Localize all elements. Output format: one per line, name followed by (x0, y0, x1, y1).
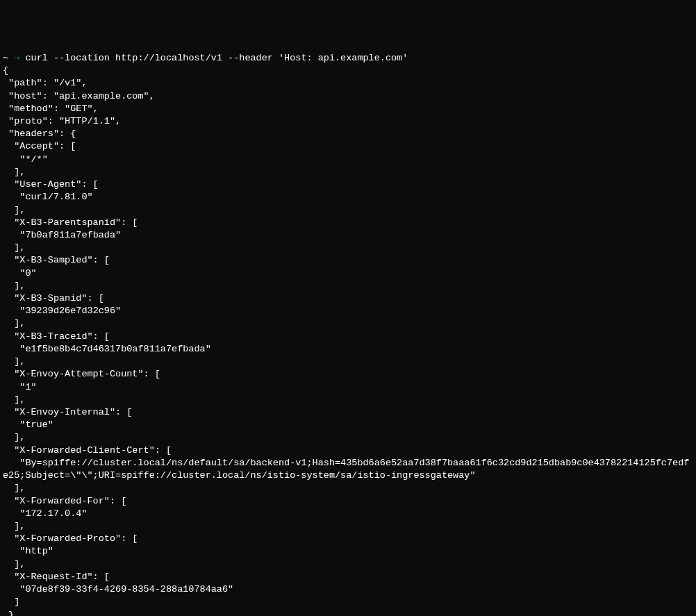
output-line: "X-Envoy-Internal": [ (3, 406, 693, 419)
output-line: "e1f5be8b4c7d46317b0af811a7efbada" (3, 343, 693, 356)
output-line: "User-Agent": [ (3, 178, 693, 191)
prompt-arrow-icon: → (14, 53, 19, 63)
output-line: "curl/7.81.0" (3, 191, 693, 203)
output-line: "X-B3-Parentspanid": [ (3, 217, 693, 229)
output-line: "Accept": [ (3, 140, 693, 153)
output-line: ], (3, 394, 693, 406)
output-line: ] (3, 596, 693, 608)
output-line: "host": "api.example.com", (3, 90, 693, 103)
output-line: "X-Request-Id": [ (3, 571, 693, 583)
output-line: ], (3, 356, 693, 368)
command-line: ~ → curl --location http://localhost/v1 … (3, 52, 693, 65)
output-line: "proto": "HTTP/1.1", (3, 115, 693, 128)
command-text: curl --location http://localhost/v1 --he… (25, 53, 408, 63)
output-line: "*/*" (3, 153, 693, 166)
output-line: ], (3, 482, 693, 494)
output-line: "7b0af811a7efbada" (3, 229, 693, 242)
output-line: ], (3, 204, 693, 217)
output-line: }, (3, 609, 693, 617)
output-line: "X-Forwarded-Proto": [ (3, 533, 693, 545)
output-line: ], (3, 520, 693, 533)
output-line: ], (3, 242, 693, 254)
output-line: "X-Forwarded-Client-Cert": [ (3, 444, 693, 457)
prompt-tilde: ~ (3, 53, 8, 63)
output-line: "headers": { (3, 128, 693, 140)
output-line: "X-B3-Traceid": [ (3, 331, 693, 343)
output-line: "1" (3, 381, 693, 394)
output-line: "39239d26e7d32c96" (3, 305, 693, 317)
output-line: "X-Forwarded-For": [ (3, 495, 693, 508)
output-line: ], (3, 431, 693, 444)
output-line: "path": "/v1", (3, 77, 693, 90)
output-line: ], (3, 280, 693, 292)
output-line: { (3, 65, 693, 77)
output-line: "true" (3, 419, 693, 431)
output-line: "07de8f39-33f4-4269-8354-288a10784aa6" (3, 583, 693, 596)
output-line: "method": "GET", (3, 103, 693, 115)
output-line: "http" (3, 545, 693, 558)
terminal-output[interactable]: ~ → curl --location http://localhost/v1 … (3, 52, 693, 616)
output-line: "X-Envoy-Attempt-Count": [ (3, 368, 693, 381)
output-line: ], (3, 558, 693, 571)
output-line: ], (3, 317, 693, 330)
output-line: "X-B3-Sampled": [ (3, 254, 693, 267)
output-line: "By=spiffe://cluster.local/ns/default/sa… (3, 457, 693, 482)
output-line: ], (3, 166, 693, 178)
output-line: "0" (3, 267, 693, 280)
output-line: "172.17.0.4" (3, 508, 693, 520)
output-line: "X-B3-Spanid": [ (3, 292, 693, 305)
